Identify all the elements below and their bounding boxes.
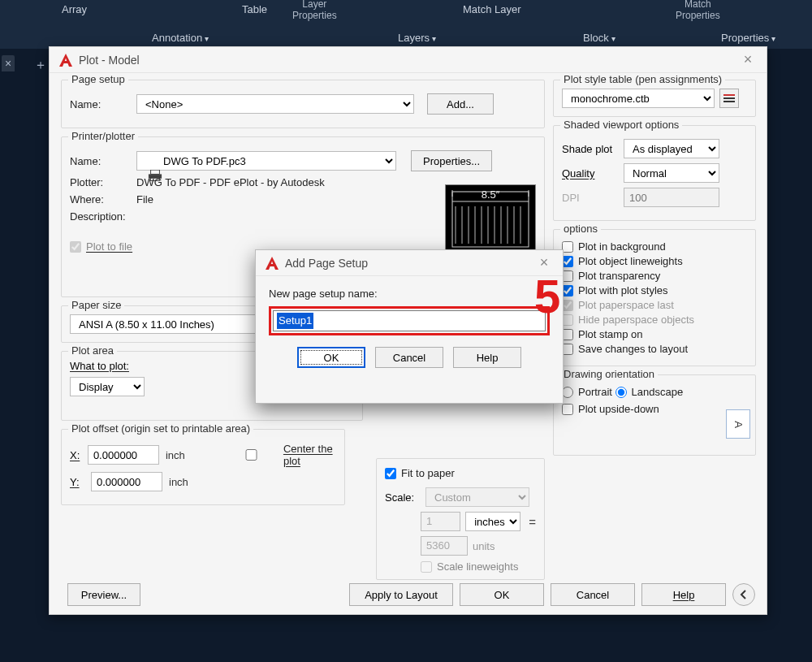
printer-title: Printer/plotter [68,130,138,142]
svg-rect-19 [723,94,735,96]
dpi-label: DPI [562,192,624,204]
plot-paperspace-label: Plot paperspace last [578,299,674,311]
plot-options-title: options [560,223,601,235]
tab-add-plus[interactable]: ＋ [34,57,47,74]
plot-style-select[interactable]: monochrome.ctb [562,89,715,108]
new-page-setup-input[interactable]: Setup1 [273,310,546,331]
scale-label: Scale: [385,491,421,504]
plot-with-styles-checkbox[interactable] [562,285,573,296]
printer-properties-button[interactable]: Properties... [411,150,492,171]
landscape-label: Landscape [632,386,684,398]
shaded-viewport-group: Shaded viewport options Shade plotAs dis… [553,125,756,221]
plot-stamp-checkbox[interactable] [562,329,573,340]
bottom-button-bar: Preview... Apply to Layout OK Cancel Hel… [61,583,755,606]
step-number-annotation: 5 [534,273,560,320]
dpi-input [624,188,719,207]
rib-table[interactable]: Table [242,3,267,15]
printer-name-select[interactable]: DWG To PDF.pc3 [136,151,396,171]
plot-lineweights-label: Plot object lineweights [578,255,683,267]
equals-icon: = [529,515,536,529]
plot-background-checkbox[interactable] [562,241,573,253]
printer-name-label: Name: [70,155,136,167]
aps-input-value: Setup1 [277,313,313,329]
save-changes-label: Save changes to layout [578,343,688,355]
rib-annotation[interactable]: Annotation [152,32,209,44]
portrait-radio[interactable] [562,387,573,398]
add-page-setup-button[interactable]: Add... [427,93,494,115]
orientation-group: Drawing orientation Portrait Landscape P… [553,374,756,456]
rib-properties[interactable]: Properties [721,32,775,44]
page-setup-title: Page setup [68,73,128,85]
offset-x-label: X: [70,449,81,461]
edit-plot-style-button[interactable] [719,89,739,108]
rib-block[interactable]: Block [583,32,615,44]
svo-title: Shaded viewport options [560,119,682,131]
page-setup-name-label: Name: [70,98,136,110]
plot-help-button[interactable]: Help [641,583,726,606]
shade-plot-label: Shade plot [562,143,624,155]
page-setup-group: Page setup Name: <None> Add... [61,80,545,128]
what-to-plot-label: What to plot: [70,360,129,372]
plot-paperspace-checkbox [562,300,573,311]
rib-match-layer[interactable]: Match Layer [463,3,521,15]
rib-match-props[interactable]: Match Properties [676,0,720,21]
save-changes-checkbox[interactable] [562,344,573,355]
preview-button[interactable]: Preview... [67,583,140,606]
add-page-setup-dialog: Add Page Setup × New page setup name: Se… [255,249,564,404]
apply-to-layout-button[interactable]: Apply to Layout [349,583,453,606]
plot-area-title: Plot area [68,344,117,357]
plot-titlebar: Plot - Model × [50,47,767,73]
offset-y-unit: inch [169,476,188,488]
upside-down-label: Plot upside-down [578,403,659,415]
paper-preview: 8.5″ [445,184,536,254]
fit-to-paper-label: Fit to paper [401,467,455,479]
plot-style-title: Plot style table (pen assignments) [560,73,725,85]
autocad-icon [58,52,74,68]
plot-lineweights-checkbox[interactable] [562,256,573,267]
fit-to-paper-checkbox[interactable] [385,468,396,479]
page-setup-name-select[interactable]: <None> [136,94,414,114]
description-label: Description: [70,210,136,223]
svg-rect-20 [723,97,735,99]
plot-transparency-label: Plot transparency [578,270,660,282]
offset-y-input[interactable] [91,472,162,491]
rib-array[interactable]: Array [62,3,87,15]
hide-paperspace-label: Hide paperspace objects [578,314,694,326]
aps-name-label: New page setup name: [269,288,550,300]
plot-to-file-checkbox [70,241,81,253]
center-plot-label: Center the plot [283,443,336,467]
plot-background-label: Plot in background [578,240,666,253]
upside-down-checkbox[interactable] [562,404,573,415]
quality-select[interactable]: Normal [624,163,719,183]
plot-to-file-label: Plot to file [86,240,132,253]
center-plot-checkbox[interactable] [224,449,279,461]
close-icon[interactable]: × [737,50,758,71]
expand-more-options-button[interactable] [732,583,755,606]
scale-num-box: 1 [421,512,460,531]
plot-offset-group: Plot offset (origin set to printable are… [61,429,345,505]
tab-close-x[interactable]: × [2,55,15,71]
rib-layers[interactable]: Layers [398,32,436,44]
aps-cancel-button[interactable]: Cancel [375,347,443,368]
plot-scale-group: Fit to paper Scale: Custom 1 inches = 53… [376,458,545,580]
plot-with-styles-label: Plot with plot styles [578,284,668,296]
landscape-radio[interactable] [615,387,627,398]
hide-paperspace-checkbox [562,314,573,326]
scale-units-select[interactable]: inches [465,512,520,531]
autocad-icon [264,255,280,271]
offset-x-unit: inch [166,449,185,461]
plotter-value: DWG To PDF - PDF ePlot - by Autodesk [136,176,325,188]
plot-options-group: options Plot in background Plot object l… [553,229,756,366]
where-label: Where: [70,193,136,206]
plot-cancel-button[interactable]: Cancel [551,583,635,606]
what-to-plot-select[interactable]: Display [70,377,145,396]
shade-plot-select[interactable]: As displayed [624,139,719,158]
offset-x-input[interactable] [88,445,159,465]
rib-layer-props[interactable]: Layer Properties [292,0,337,21]
plot-transparency-checkbox[interactable] [562,270,573,282]
svg-text:8.5″: 8.5″ [482,188,500,201]
plot-ok-button[interactable]: OK [460,583,544,606]
orientation-preview-icon: A [726,409,750,439]
aps-ok-button[interactable]: OK [297,347,365,368]
aps-help-button[interactable]: Help [453,347,521,368]
